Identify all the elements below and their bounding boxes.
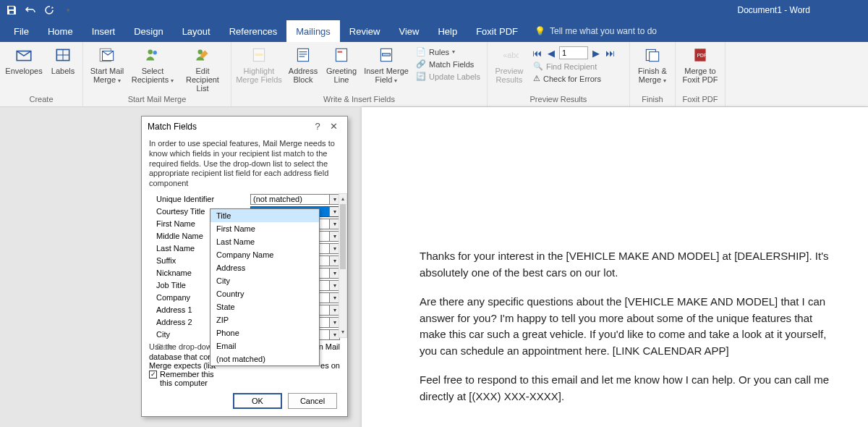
edit-recipient-list-label: EditRecipient List xyxy=(179,67,226,93)
dialog-button-row: OK Cancel xyxy=(149,393,340,409)
chevron-down-icon[interactable]: ▾ xyxy=(329,232,339,241)
redo-icon[interactable] xyxy=(43,4,55,16)
chevron-down-icon[interactable]: ▾ xyxy=(329,330,339,339)
dropdown-item[interactable]: Title xyxy=(210,209,319,222)
dialog-close-button[interactable]: ✕ xyxy=(326,121,341,132)
dropdown-item[interactable]: First Name xyxy=(210,222,319,235)
dialog-hint-r2: es on xyxy=(319,361,340,370)
save-icon[interactable] xyxy=(6,4,17,16)
dropdown-item[interactable]: Email xyxy=(210,339,319,352)
title-bar: ▾ Document1 - Word xyxy=(0,0,868,20)
match-fields-button[interactable]: 🔗Match Fields xyxy=(414,59,482,69)
ok-button[interactable]: OK xyxy=(233,393,282,409)
chevron-down-icon[interactable]: ▾ xyxy=(329,269,339,278)
find-icon: 🔍 xyxy=(533,62,543,71)
preview-label: PreviewResults xyxy=(495,67,523,84)
scroll-down-icon[interactable]: ▾ xyxy=(339,327,346,337)
ribbon-tabs: File Home Insert Design Layout Reference… xyxy=(0,20,868,42)
first-record-icon[interactable]: ⏮ xyxy=(531,48,543,59)
match-icon: 🔗 xyxy=(416,59,426,69)
mail-merge-icon xyxy=(97,45,117,65)
tab-design[interactable]: Design xyxy=(124,20,172,42)
address-block-button[interactable]: AddressBlock xyxy=(286,45,320,84)
dialog-description: In order to use special features, Mail M… xyxy=(149,139,340,189)
finish-merge-button[interactable]: Finish &Merge ▾ xyxy=(634,45,671,85)
tab-view[interactable]: View xyxy=(389,20,428,42)
greeting-line-button[interactable]: GreetingLine xyxy=(324,45,359,84)
labels-button[interactable]: Labels xyxy=(48,45,78,75)
field-combo-unique-identifier[interactable]: (not matched)▾ xyxy=(250,194,340,205)
scroll-thumb[interactable] xyxy=(340,204,346,269)
chevron-down-icon[interactable]: ▾ xyxy=(329,219,339,229)
dialog-titlebar[interactable]: Match Fields ? ✕ xyxy=(142,117,347,136)
select-recipients-label: SelectRecipients ▾ xyxy=(132,67,174,85)
svg-point-7 xyxy=(148,49,153,54)
courtesy-title-dropdown[interactable]: Title First Name Last Name Company Name … xyxy=(210,208,320,366)
qat-customize-icon[interactable]: ▾ xyxy=(62,4,74,16)
group-startmm-label: Start Mail Merge xyxy=(83,93,231,106)
chevron-down-icon[interactable]: ▾ xyxy=(329,244,339,253)
chevron-down-icon[interactable]: ▾ xyxy=(329,293,339,303)
start-mail-merge-button[interactable]: Start MailMerge ▾ xyxy=(88,45,127,85)
scrollbar[interactable]: ▴ ▾ xyxy=(339,193,347,338)
tab-foxit-pdf[interactable]: Foxit PDF xyxy=(467,20,527,42)
tab-review[interactable]: Review xyxy=(340,20,390,42)
tab-help[interactable]: Help xyxy=(428,20,467,42)
tab-insert[interactable]: Insert xyxy=(82,20,125,42)
document-title: Document1 - Word xyxy=(738,5,810,15)
scroll-up-icon[interactable]: ▴ xyxy=(339,194,346,204)
prev-record-icon[interactable]: ◀ xyxy=(546,48,556,59)
tab-layout[interactable]: Layout xyxy=(173,20,220,42)
chevron-down-icon[interactable]: ▾ xyxy=(329,305,339,315)
dialog-hint-b: database that corr xyxy=(149,352,216,361)
update-labels-button: 🔄Update Labels xyxy=(414,71,482,82)
merge-foxit-label: Merge toFoxit PDF xyxy=(683,67,718,84)
dialog-title: Match Fields xyxy=(148,122,197,132)
tab-file[interactable]: File xyxy=(4,20,38,42)
tab-references[interactable]: References xyxy=(220,20,286,42)
doc-paragraph-1: Thanks for your interest in the [VEHICLE… xyxy=(420,248,832,281)
check-errors-button[interactable]: ⚠Check for Errors xyxy=(531,73,625,84)
last-record-icon[interactable]: ⏭ xyxy=(604,48,616,59)
chevron-down-icon[interactable]: ▾ xyxy=(329,281,339,290)
address-block-label: AddressBlock xyxy=(289,67,318,84)
tab-home[interactable]: Home xyxy=(38,20,82,42)
dropdown-item[interactable]: Address xyxy=(210,261,319,274)
dropdown-item[interactable]: Company Name xyxy=(210,248,319,261)
envelopes-button[interactable]: Envelopes xyxy=(4,45,43,75)
svg-text:«abc»: «abc» xyxy=(503,51,519,59)
dialog-help-button[interactable]: ? xyxy=(310,121,326,132)
insert-merge-field-button[interactable]: Insert MergeField ▾ xyxy=(363,45,409,85)
checkbox-icon[interactable]: ✓ xyxy=(149,371,157,379)
select-recipients-button[interactable]: SelectRecipients ▾ xyxy=(131,45,174,85)
next-record-icon[interactable]: ▶ xyxy=(591,48,601,59)
group-create-label: Create xyxy=(0,93,82,106)
dropdown-item[interactable]: (not matched) xyxy=(210,352,319,365)
group-foxit-label: Foxit PDF xyxy=(676,93,725,106)
remember-label-a: Remember this xyxy=(160,370,214,379)
dropdown-item[interactable]: City xyxy=(210,274,319,287)
chevron-down-icon[interactable]: ▾ xyxy=(329,207,339,216)
dropdown-item[interactable]: Country xyxy=(210,287,319,300)
dropdown-item[interactable]: Last Name xyxy=(210,235,319,248)
merge-foxit-button[interactable]: PDF Merge toFoxit PDF xyxy=(680,45,720,84)
group-finish-label: Finish xyxy=(630,93,675,106)
record-number-input[interactable] xyxy=(559,46,588,59)
dropdown-item[interactable]: Phone xyxy=(210,326,319,339)
rules-button[interactable]: 📄Rules ▾ xyxy=(414,46,482,57)
dropdown-item[interactable]: ZIP xyxy=(210,313,319,326)
envelope-icon xyxy=(14,45,34,65)
start-mail-merge-label: Start MailMerge ▾ xyxy=(90,67,124,85)
remember-checkbox-row[interactable]: ✓ Remember this this computer xyxy=(149,370,340,387)
chevron-down-icon[interactable]: ▾ xyxy=(329,195,339,204)
cancel-button[interactable]: Cancel xyxy=(288,393,337,409)
document-page[interactable]: Thanks for your interest in the [VEHICLE… xyxy=(362,107,868,427)
tell-me-search[interactable]: 💡 Tell me what you want to do xyxy=(527,20,664,42)
chevron-down-icon[interactable]: ▾ xyxy=(329,318,339,327)
edit-recipient-list-button[interactable]: EditRecipient List xyxy=(179,45,226,93)
svg-rect-11 xyxy=(255,54,263,56)
undo-icon[interactable] xyxy=(25,4,36,16)
chevron-down-icon[interactable]: ▾ xyxy=(329,256,339,266)
dropdown-item[interactable]: State xyxy=(210,300,319,313)
tab-mailings[interactable]: Mailings xyxy=(286,20,340,42)
